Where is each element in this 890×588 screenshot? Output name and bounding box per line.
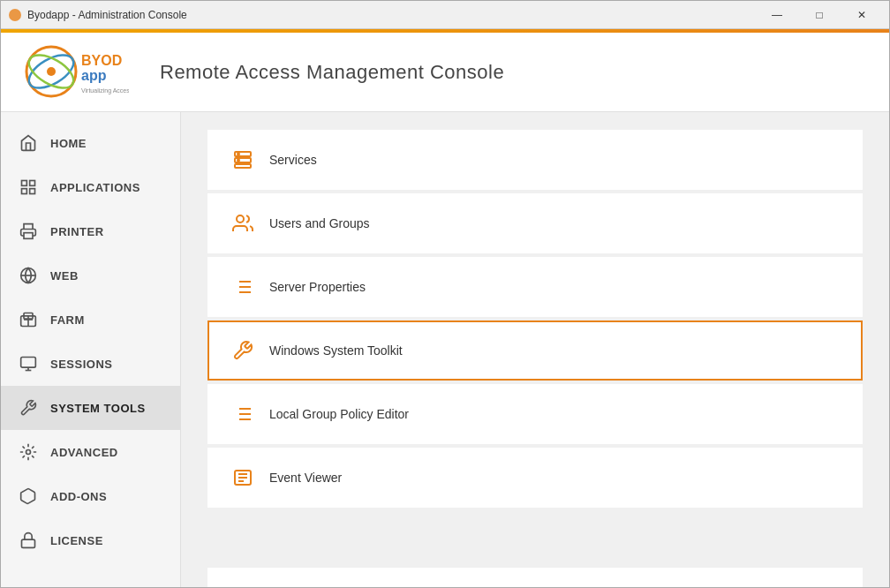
svg-rect-9 xyxy=(30,181,35,186)
sidebar-item-sessions[interactable]: SESSIONS xyxy=(1,342,180,386)
window-controls: — □ ✕ xyxy=(757,2,882,28)
svg-rect-8 xyxy=(22,181,27,186)
sidebar-item-printer-label: PRINTER xyxy=(50,225,104,238)
server-properties-icon xyxy=(230,275,255,299)
menu-list: Services Users and Groups xyxy=(207,130,863,588)
app-header: BYOD app Virtualizing Access Your Busine… xyxy=(1,33,889,112)
menu-item-users-groups[interactable]: Users and Groups xyxy=(207,193,863,253)
content-area: Services Users and Groups xyxy=(181,112,889,588)
add-ons-icon xyxy=(19,486,38,506)
app-icon xyxy=(8,8,22,22)
sidebar-item-farm[interactable]: FARM xyxy=(1,298,180,342)
maximize-button[interactable]: □ xyxy=(799,2,840,28)
menu-item-local-gpo-label: Local Group Policy Editor xyxy=(269,407,409,421)
reboot-icon xyxy=(229,584,253,588)
sidebar-item-farm-label: FARM xyxy=(50,313,85,327)
sidebar-item-advanced[interactable]: ADVANCED xyxy=(1,430,180,474)
sessions-icon xyxy=(19,354,38,373)
main-layout: HOME APPLICATIONS PRINTER xyxy=(1,112,889,588)
svg-point-28 xyxy=(238,160,239,162)
windows-toolkit-icon xyxy=(230,338,255,363)
printer-icon xyxy=(19,222,38,241)
menu-item-reboot[interactable]: Reboot the Server xyxy=(207,568,863,588)
menu-item-event-viewer-label: Event Viewer xyxy=(269,471,342,485)
minimize-button[interactable]: — xyxy=(757,2,797,28)
menu-item-services[interactable]: Services xyxy=(207,130,863,190)
svg-point-0 xyxy=(9,9,21,21)
sidebar-item-applications-label: APPLICATIONS xyxy=(50,181,140,194)
svg-point-29 xyxy=(237,215,244,222)
svg-rect-11 xyxy=(30,189,35,194)
license-icon xyxy=(19,531,38,550)
svg-rect-10 xyxy=(22,189,27,194)
local-gpo-icon xyxy=(230,402,255,426)
menu-item-server-properties-label: Server Properties xyxy=(269,280,366,294)
svg-rect-12 xyxy=(24,233,33,239)
title-bar-left: Byodapp - Administration Console xyxy=(8,8,187,22)
menu-item-local-gpo[interactable]: Local Group Policy Editor xyxy=(207,384,863,444)
svg-rect-26 xyxy=(235,164,251,168)
window-title: Byodapp - Administration Console xyxy=(27,9,187,21)
svg-point-4 xyxy=(47,67,56,76)
sidebar-item-web-label: WEB xyxy=(50,269,79,283)
applications-icon xyxy=(19,177,38,197)
system-tools-icon xyxy=(19,398,38,418)
web-icon xyxy=(19,266,38,285)
sidebar-item-add-ons[interactable]: ADD-ONS xyxy=(1,474,180,518)
advanced-icon xyxy=(19,442,38,462)
sidebar-item-web[interactable]: WEB xyxy=(1,253,180,298)
users-groups-icon xyxy=(230,211,255,236)
sidebar-item-home-label: HOME xyxy=(50,137,87,150)
menu-item-windows-toolkit[interactable]: Windows System Toolkit xyxy=(207,320,863,381)
sidebar-item-printer[interactable]: PRINTER xyxy=(1,209,180,253)
menu-item-server-properties[interactable]: Server Properties xyxy=(207,257,863,317)
sidebar-item-license-label: LICENSE xyxy=(50,534,103,547)
svg-rect-19 xyxy=(21,358,36,368)
logo-container: BYOD app Virtualizing Access Your Busine… xyxy=(19,41,133,103)
farm-icon xyxy=(19,310,38,329)
svg-text:Virtualizing Access Your Busin: Virtualizing Access Your Business xyxy=(81,87,129,94)
sidebar-item-advanced-label: ADVANCED xyxy=(50,446,118,459)
sidebar-item-sessions-label: SESSIONS xyxy=(50,358,112,371)
svg-text:BYOD: BYOD xyxy=(81,53,122,68)
sidebar-item-system-tools-label: SYSTEM TOOLS xyxy=(50,402,146,415)
title-bar: Byodapp - Administration Console — □ ✕ xyxy=(1,1,889,29)
services-icon xyxy=(230,147,255,172)
home-icon xyxy=(19,133,38,153)
sidebar-item-home[interactable]: HOME xyxy=(1,121,180,165)
sidebar-item-system-tools[interactable]: SYSTEM TOOLS xyxy=(1,386,180,430)
svg-point-22 xyxy=(26,450,31,455)
svg-text:app: app xyxy=(81,68,107,83)
byodapp-logo: BYOD app Virtualizing Access Your Busine… xyxy=(23,43,129,101)
sidebar-item-add-ons-label: ADD-ONS xyxy=(50,490,107,503)
sidebar: HOME APPLICATIONS PRINTER xyxy=(1,112,181,588)
content-spacer xyxy=(207,511,863,564)
svg-rect-23 xyxy=(22,539,35,547)
menu-item-users-groups-label: Users and Groups xyxy=(269,216,370,230)
svg-point-27 xyxy=(238,154,239,155)
menu-item-windows-toolkit-label: Windows System Toolkit xyxy=(269,343,403,358)
close-button[interactable]: ✕ xyxy=(841,2,882,28)
menu-item-event-viewer[interactable]: Event Viewer xyxy=(207,448,863,508)
app-title: Remote Access Management Console xyxy=(160,61,504,84)
menu-item-services-label: Services xyxy=(269,153,317,167)
sidebar-item-license[interactable]: LICENSE xyxy=(1,518,180,562)
event-viewer-icon xyxy=(230,465,255,490)
sidebar-item-applications[interactable]: APPLICATIONS xyxy=(1,165,180,209)
